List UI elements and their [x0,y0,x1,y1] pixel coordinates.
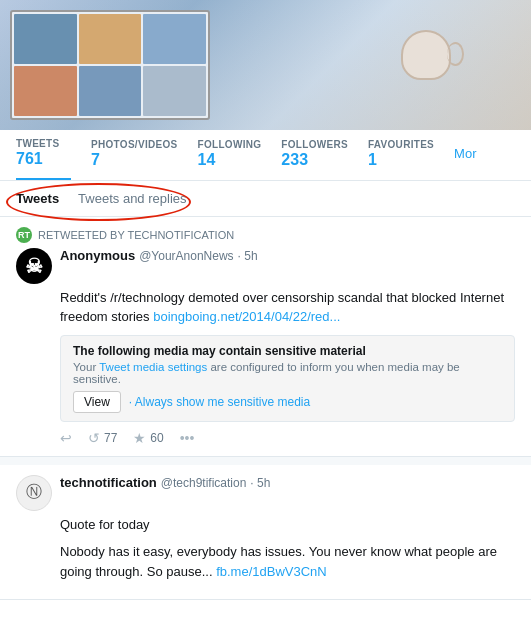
always-show-sensitive-link[interactable]: · Always show me sensitive media [129,395,310,409]
avatar-anonymous: ☠ [16,248,52,284]
retweet-count-1: 77 [104,431,117,445]
sensitive-settings-text-pre: Your [73,361,99,373]
fav-icon-1: ★ [133,430,146,446]
stat-favourites[interactable]: FAVOURITES 1 [368,139,434,179]
stat-photos[interactable]: PHOTOS/VIDEOS 7 [91,139,178,179]
tweet-quote-body: Nobody has it easy, everybody has issues… [60,542,515,581]
tweet-feed: RT RETWEETED BY TECHNOTIFICATION ☠ Anony… [0,217,531,601]
tab-tweets-replies[interactable]: Tweets and replies [78,181,200,216]
tweet-time-2: · 5h [250,476,270,490]
tweet-header-2: Ⓝ technotification @tech9tification · 5h [16,475,515,511]
stat-photos-value: 7 [91,150,100,171]
sensitive-actions: View · Always show me sensitive media [73,391,502,413]
fav-count-1: 60 [150,431,163,445]
stat-tweets[interactable]: TWEETS 761 [16,138,71,180]
stat-followers-value: 233 [281,150,308,171]
stat-followers-label: FOLLOWERS [281,139,348,150]
stat-photos-label: PHOTOS/VIDEOS [91,139,178,150]
sensitive-desc: Your Tweet media settings are configured… [73,361,502,385]
laptop-decoration [10,10,210,120]
tweet-username-1[interactable]: Anonymous [60,248,135,263]
reply-icon-1: ↩ [60,430,72,446]
tweet-link-2[interactable]: fb.me/1dBwV3CnN [216,564,327,579]
tweet-media-settings-link[interactable]: Tweet media settings [99,361,207,373]
sensitive-media-box: The following media may contain sensitiv… [60,335,515,422]
retweet-badge-icon: RT [16,227,32,243]
stat-following-value: 14 [198,150,216,171]
tab-bar: Tweets Tweets and replies [0,181,531,217]
retweet-by-text: RETWEETED BY TECHNOTIFICATION [38,229,234,241]
sensitive-title: The following media may contain sensitiv… [73,344,502,358]
avatar-symbol-anonymous: ☠ [25,254,43,278]
stats-more-link[interactable]: Mor [454,146,476,171]
tweet-user-info-2: technotification @tech9tification · 5h [60,475,270,490]
retweet-icon-1: ↺ [88,430,100,446]
stats-bar: TWEETS 761 PHOTOS/VIDEOS 7 FOLLOWING 14 … [0,130,531,181]
tweet-body-2: Quote for today Nobody has it easy, ever… [60,515,515,582]
tweet-header-1: ☠ Anonymous @YourAnonNews · 5h [16,248,515,284]
tweet-actions-1: ↩ ↺ 77 ★ 60 ••• [60,430,515,446]
tweet-body-1: Reddit's /r/technology demoted over cens… [60,288,515,327]
stat-favourites-value: 1 [368,150,377,171]
view-sensitive-button[interactable]: View [73,391,121,413]
tweet-card-1: RT RETWEETED BY TECHNOTIFICATION ☠ Anony… [0,217,531,457]
reply-button-1[interactable]: ↩ [60,430,72,446]
stat-favourites-label: FAVOURITES [368,139,434,150]
avatar-technotification: Ⓝ [16,475,52,511]
tweet-user-info-1: Anonymous @YourAnonNews · 5h [60,248,258,263]
tweet-quote-title: Quote for today [60,515,515,535]
stat-following[interactable]: FOLLOWING 14 [198,139,262,179]
tweet-handle-1[interactable]: @YourAnonNews [139,249,233,263]
tweet-card-2: Ⓝ technotification @tech9tification · 5h… [0,465,531,601]
stat-following-label: FOLLOWING [198,139,262,150]
fav-button-1[interactable]: ★ 60 [133,430,163,446]
stat-followers[interactable]: FOLLOWERS 233 [281,139,348,179]
tweet-link-1[interactable]: boingboing.net/2014/04/22/red... [153,309,340,324]
more-icon-1: ••• [180,430,195,446]
avatar-symbol-tech: Ⓝ [26,482,42,503]
profile-header-image [0,0,531,130]
retweet-label: RT RETWEETED BY TECHNOTIFICATION [16,227,515,243]
tweet-username-2[interactable]: technotification [60,475,157,490]
tab-tweets[interactable]: Tweets [16,181,73,216]
coffee-cup-decoration [401,30,451,80]
retweet-button-1[interactable]: ↺ 77 [88,430,117,446]
stat-tweets-value: 761 [16,149,43,170]
tweet-handle-2[interactable]: @tech9tification [161,476,247,490]
tweet-time-1: · 5h [238,249,258,263]
more-button-1[interactable]: ••• [180,430,195,446]
stat-tweets-label: TWEETS [16,138,59,149]
